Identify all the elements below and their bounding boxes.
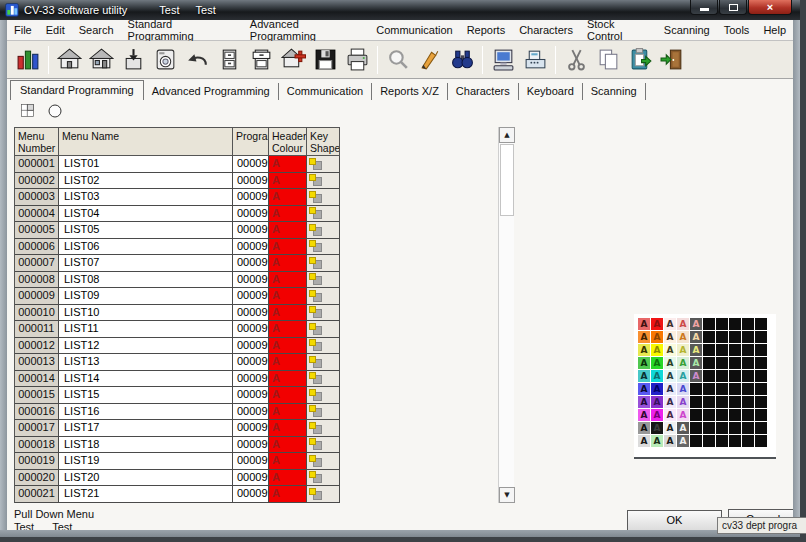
palette-swatch[interactable]: A bbox=[664, 422, 676, 434]
table-row[interactable]: 000018LIST18000099A bbox=[15, 437, 340, 454]
table-row[interactable]: 000020LIST20000099A bbox=[15, 470, 340, 487]
binoculars-button[interactable] bbox=[446, 44, 478, 76]
palette-swatch[interactable] bbox=[755, 344, 767, 356]
palette-swatch[interactable]: A bbox=[638, 318, 650, 330]
palette-swatch[interactable]: A bbox=[651, 409, 663, 421]
cell-header-colour[interactable]: A bbox=[269, 255, 307, 272]
palette-swatch[interactable] bbox=[729, 396, 741, 408]
palette-swatch[interactable] bbox=[690, 435, 702, 447]
cell-header-colour[interactable]: A bbox=[269, 288, 307, 305]
cell-menu-name[interactable]: LIST17 bbox=[59, 420, 233, 437]
palette-swatch[interactable] bbox=[755, 383, 767, 395]
palette-swatch[interactable]: A bbox=[651, 318, 663, 330]
palette-swatch[interactable]: A bbox=[664, 383, 676, 395]
palette-swatch[interactable]: A bbox=[677, 344, 689, 356]
computer-button[interactable] bbox=[487, 44, 519, 76]
menu-communication[interactable]: Communication bbox=[369, 21, 459, 39]
palette-swatch[interactable] bbox=[755, 331, 767, 343]
palette-swatch[interactable]: A bbox=[664, 435, 676, 447]
palette-swatch[interactable]: A bbox=[690, 357, 702, 369]
cell-menu-name[interactable]: LIST20 bbox=[59, 470, 233, 487]
cell-menu-name[interactable]: LIST05 bbox=[59, 222, 233, 239]
cell-key-shape[interactable] bbox=[307, 486, 340, 503]
copy-button[interactable] bbox=[592, 44, 624, 76]
palette-swatch[interactable]: A bbox=[690, 370, 702, 382]
cell-menu-name[interactable]: LIST13 bbox=[59, 354, 233, 371]
cell-program[interactable]: 000099 bbox=[233, 189, 269, 206]
palette-swatch[interactable] bbox=[716, 357, 728, 369]
cell-header-colour[interactable]: A bbox=[269, 387, 307, 404]
table-row[interactable]: 000013LIST13000099A bbox=[15, 354, 340, 371]
cell-menu-name[interactable]: LIST08 bbox=[59, 272, 233, 289]
palette-swatch[interactable] bbox=[729, 318, 741, 330]
palette-swatch[interactable] bbox=[703, 318, 715, 330]
palette-swatch[interactable] bbox=[755, 435, 767, 447]
grid-window-button[interactable] bbox=[18, 101, 38, 121]
cell-key-shape[interactable] bbox=[307, 354, 340, 371]
palette-swatch[interactable]: A bbox=[638, 422, 650, 434]
cell-menu-name[interactable]: LIST21 bbox=[59, 486, 233, 503]
table-row[interactable]: 000007LIST07000099A bbox=[15, 255, 340, 272]
cell-header-colour[interactable]: A bbox=[269, 404, 307, 421]
exit-button[interactable] bbox=[656, 44, 688, 76]
maximize-button[interactable] bbox=[719, 0, 747, 15]
cell-header-colour[interactable]: A bbox=[269, 486, 307, 503]
palette-swatch[interactable] bbox=[716, 318, 728, 330]
palette-swatch[interactable] bbox=[755, 357, 767, 369]
palette-swatch[interactable] bbox=[729, 435, 741, 447]
palette-swatch[interactable]: A bbox=[651, 344, 663, 356]
cell-menu-name[interactable]: LIST15 bbox=[59, 387, 233, 404]
cell-key-shape[interactable] bbox=[307, 173, 340, 190]
scroll-up-button[interactable]: ▲ bbox=[499, 127, 515, 143]
cell-menu-name[interactable]: LIST03 bbox=[59, 189, 233, 206]
table-row[interactable]: 000006LIST06000099A bbox=[15, 239, 340, 256]
table-row[interactable]: 000010LIST10000099A bbox=[15, 305, 340, 322]
vertical-scrollbar[interactable]: ▲ ▼ bbox=[498, 127, 514, 503]
cell-program[interactable]: 000099 bbox=[233, 321, 269, 338]
cell-key-shape[interactable] bbox=[307, 420, 340, 437]
palette-swatch[interactable]: A bbox=[638, 357, 650, 369]
column-header-menu-name[interactable]: Menu Name bbox=[59, 128, 233, 156]
palette-swatch[interactable] bbox=[716, 331, 728, 343]
table-row[interactable]: 000005LIST05000099A bbox=[15, 222, 340, 239]
cell-program[interactable]: 000099 bbox=[233, 371, 269, 388]
palette-swatch[interactable] bbox=[755, 370, 767, 382]
cell-key-shape[interactable] bbox=[307, 338, 340, 355]
palette-swatch[interactable]: A bbox=[677, 357, 689, 369]
table-row[interactable]: 000008LIST08000099A bbox=[15, 272, 340, 289]
cell-key-shape[interactable] bbox=[307, 189, 340, 206]
table-row[interactable]: 000002LIST02000099A bbox=[15, 173, 340, 190]
palette-swatch[interactable] bbox=[742, 344, 754, 356]
tab-reports-x-z[interactable]: Reports X/Z bbox=[372, 83, 448, 100]
palette-swatch[interactable] bbox=[703, 370, 715, 382]
palette-swatch[interactable] bbox=[742, 396, 754, 408]
palette-swatch[interactable] bbox=[729, 357, 741, 369]
palette-swatch[interactable]: A bbox=[677, 318, 689, 330]
palette-swatch[interactable]: A bbox=[638, 383, 650, 395]
close-button[interactable]: × bbox=[748, 0, 792, 15]
cell-program[interactable]: 000099 bbox=[233, 354, 269, 371]
palette-swatch[interactable] bbox=[729, 422, 741, 434]
machine-button[interactable] bbox=[149, 44, 181, 76]
cabinet-alt-button[interactable] bbox=[245, 44, 277, 76]
table-row[interactable]: 000021LIST21000099A bbox=[15, 486, 340, 503]
cell-menu-name[interactable]: LIST12 bbox=[59, 338, 233, 355]
cell-key-shape[interactable] bbox=[307, 272, 340, 289]
palette-swatch[interactable] bbox=[703, 383, 715, 395]
palette-swatch[interactable]: A bbox=[638, 370, 650, 382]
edit-pen-button[interactable] bbox=[414, 44, 446, 76]
palette-swatch[interactable] bbox=[716, 422, 728, 434]
cell-program[interactable]: 000099 bbox=[233, 255, 269, 272]
palette-swatch[interactable] bbox=[703, 409, 715, 421]
cell-program[interactable]: 000099 bbox=[233, 222, 269, 239]
menu-file[interactable]: File bbox=[7, 21, 39, 39]
palette-swatch[interactable]: A bbox=[651, 435, 663, 447]
palette-swatch[interactable] bbox=[703, 344, 715, 356]
palette-swatch[interactable]: A bbox=[677, 396, 689, 408]
cell-program[interactable]: 000099 bbox=[233, 272, 269, 289]
cell-menu-name[interactable]: LIST10 bbox=[59, 305, 233, 322]
tab-advanced-programming[interactable]: Advanced Programming bbox=[144, 83, 279, 100]
palette-swatch[interactable] bbox=[729, 370, 741, 382]
scroll-down-button[interactable]: ▼ bbox=[499, 487, 515, 503]
menu-tools[interactable]: Tools bbox=[717, 21, 757, 39]
